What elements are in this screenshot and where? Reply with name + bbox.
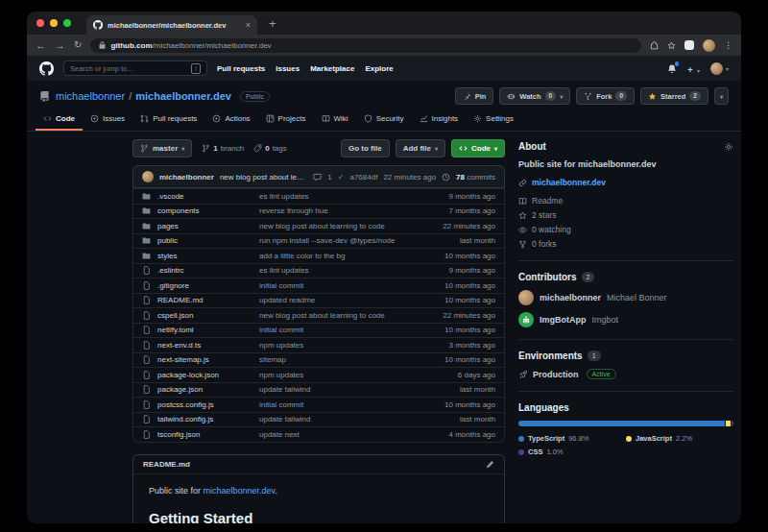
file-commit-message-link[interactable]: es lint updates [259, 192, 407, 201]
contributor-avatar[interactable] [518, 290, 534, 305]
header-nav-link[interactable]: Pull requests [217, 64, 265, 73]
file-name-link[interactable]: components [157, 206, 259, 215]
tab-actions[interactable]: Actions [204, 109, 257, 131]
zoom-window-button[interactable] [63, 19, 71, 27]
check-status-icon[interactable]: ✓ [338, 173, 345, 181]
back-icon[interactable]: ← [36, 40, 46, 51]
watch-button[interactable]: Watch 0 ▾ [499, 87, 570, 105]
file-row[interactable]: package-lock.json npm updates 6 days ago [133, 367, 504, 382]
file-commit-message-link[interactable]: reverse through hue [259, 206, 407, 215]
file-commit-message-link[interactable]: initial commit [259, 326, 407, 334]
file-name-link[interactable]: next-env.d.ts [157, 341, 259, 350]
tab-settings[interactable]: Settings [466, 109, 521, 131]
commit-hash-link[interactable]: a7684df [349, 173, 377, 181]
file-name-link[interactable]: cspell.json [157, 311, 259, 320]
search-input[interactable] [70, 64, 187, 73]
close-window-button[interactable] [36, 19, 44, 27]
repo-owner-link[interactable]: michaelbonner [56, 90, 125, 102]
file-row[interactable]: .eslintrc es lint updates 9 months ago [133, 263, 504, 278]
file-row[interactable]: components reverse through hue 7 months … [133, 204, 504, 219]
tab-security[interactable]: Security [356, 109, 412, 131]
file-row[interactable]: next-sitemap.js sitemap 10 months ago [133, 352, 504, 368]
language-legend-item[interactable]: JavaScript 2.2% [626, 434, 733, 443]
environment-row[interactable]: Production Active [518, 369, 733, 379]
file-row[interactable]: netlify.toml initial commit 10 months ag… [133, 323, 504, 338]
file-commit-message-link[interactable]: sitemap [259, 355, 407, 364]
readme-stat[interactable]: Readme [518, 196, 733, 206]
browser-profile-avatar[interactable] [703, 39, 715, 52]
language-legend-item[interactable]: TypeScript 96.8% [518, 434, 626, 443]
commit-author-link[interactable]: michaelbonner [159, 173, 214, 181]
file-commit-message-link[interactable]: npm updates [259, 341, 407, 350]
file-commit-message-link[interactable]: new blog post about learning to code [259, 222, 407, 230]
tab-projects[interactable]: Projects [258, 109, 314, 131]
file-commit-message-link[interactable]: initial commit [259, 281, 407, 290]
contributor-username[interactable]: michaelbonner [540, 293, 601, 302]
user-avatar[interactable] [710, 62, 723, 75]
edit-pencil-icon[interactable] [486, 460, 494, 469]
reload-icon[interactable]: ↻ [74, 40, 82, 50]
pin-button[interactable]: Pin [455, 87, 494, 105]
file-commit-message-link[interactable]: update tailwind [259, 415, 407, 423]
file-name-link[interactable]: package.json [157, 385, 259, 394]
branch-selector[interactable]: master ▾ [132, 139, 192, 157]
about-settings-gear-icon[interactable] [724, 142, 733, 152]
code-download-button[interactable]: Code▾ [451, 139, 505, 157]
go-to-file-button[interactable]: Go to file [341, 139, 390, 157]
contributor-username[interactable]: ImgBotApp [540, 315, 587, 325]
file-row[interactable]: styles add a little color to the bg 10 m… [133, 248, 504, 263]
file-row[interactable]: tailwind.config.js update tailwind last … [133, 412, 504, 427]
fork-button[interactable]: Fork 0 [576, 87, 635, 105]
file-commit-message-link[interactable]: update next [259, 430, 407, 439]
environment-name[interactable]: Production [533, 370, 579, 379]
repo-name-link[interactable]: michaelbonner.dev [135, 90, 231, 102]
commit-author-avatar[interactable] [142, 171, 154, 182]
file-name-link[interactable]: README.md [157, 296, 259, 304]
file-name-link[interactable]: .eslintrc [157, 266, 259, 275]
browser-tab[interactable]: michaelbonner/michaelbonner.dev × [86, 15, 257, 35]
file-name-link[interactable]: pages [157, 222, 259, 230]
file-row[interactable]: package.json update tailwind last month [133, 382, 504, 398]
file-row[interactable]: .vscode es lint updates 9 months ago [133, 188, 504, 204]
bookmark-star-icon[interactable] [667, 41, 676, 50]
add-file-button[interactable]: Add file▾ [396, 139, 445, 157]
file-commit-message-link[interactable]: es lint updates [259, 266, 407, 275]
file-name-link[interactable]: tsconfig.json [157, 430, 259, 439]
file-row[interactable]: README.md updated readme 10 months ago [133, 293, 504, 308]
notifications-bell-icon[interactable] [667, 63, 677, 73]
file-name-link[interactable]: public [157, 236, 259, 245]
language-legend-item[interactable]: CSS 1.0% [518, 447, 626, 456]
tag-count[interactable]: 0tags [253, 144, 287, 153]
file-row[interactable]: pages new blog post about learning to co… [133, 218, 504, 233]
address-bar[interactable]: github.com/michaelbonner/michaelbonner.d… [90, 38, 641, 53]
forks-stat[interactable]: 0 forks [518, 239, 733, 249]
header-nav-link[interactable]: Issues [276, 64, 300, 73]
minimize-window-button[interactable] [50, 19, 58, 27]
pinned-extension-icon[interactable] [684, 40, 694, 50]
github-logo-icon[interactable] [39, 61, 54, 76]
watching-stat[interactable]: 0 watching [518, 225, 733, 234]
header-nav-link[interactable]: Marketplace [310, 64, 354, 73]
file-commit-message-link[interactable]: run npm install --save-dev @types/node [259, 236, 407, 245]
file-name-link[interactable]: .vscode [157, 192, 259, 201]
commit-message-link[interactable]: new blog post about learning to code [220, 173, 307, 181]
file-commit-message-link[interactable]: update tailwind [259, 385, 407, 394]
file-row[interactable]: .gitignore initial commit 10 months ago [133, 278, 504, 293]
tab-wiki[interactable]: Wiki [314, 109, 356, 131]
tab-insights[interactable]: Insights [412, 109, 467, 131]
file-commit-message-link[interactable]: new blog post about learning to code [259, 311, 407, 320]
tab-code[interactable]: Code [36, 109, 83, 131]
star-button[interactable]: Starred 2 [640, 87, 708, 105]
file-row[interactable]: cspell.json new blog post about learning… [133, 307, 504, 323]
file-commit-message-link[interactable]: initial commit [259, 400, 407, 409]
file-commit-message-link[interactable]: add a little color to the bg [259, 252, 407, 260]
github-search-box[interactable]: / [63, 60, 207, 76]
contributor-bot-avatar[interactable] [518, 312, 534, 327]
file-name-link[interactable]: postcss.config.js [157, 400, 259, 409]
user-menu[interactable]: ▾ [710, 62, 729, 75]
tab-close-icon[interactable]: × [246, 21, 251, 30]
file-name-link[interactable]: package-lock.json [157, 371, 259, 379]
file-row[interactable]: postcss.config.js initial commit 10 mont… [133, 397, 504, 412]
create-new-menu[interactable]: + ▾ [687, 60, 700, 77]
browser-menu-icon[interactable]: ⋮ [724, 40, 732, 50]
